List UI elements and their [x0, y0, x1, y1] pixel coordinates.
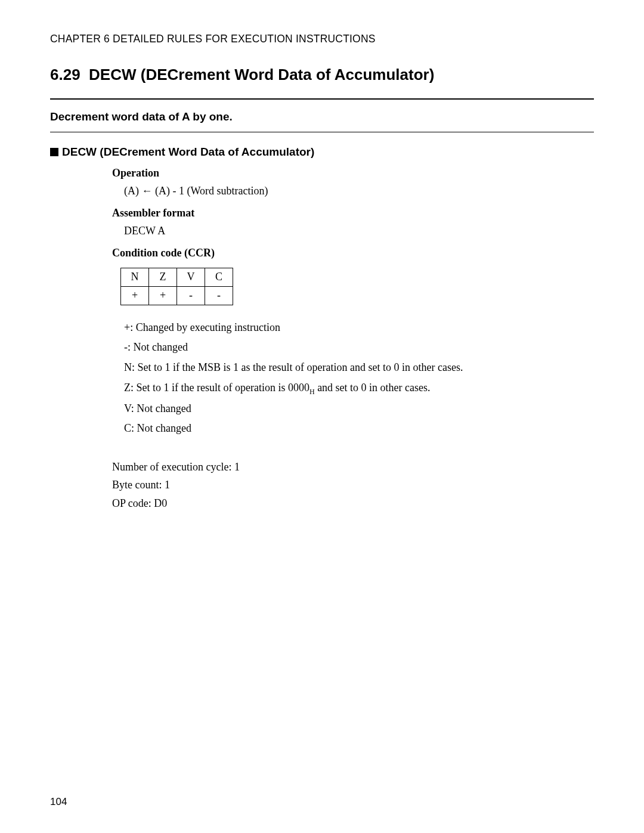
- bullet-square-icon: [50, 148, 58, 156]
- page-number: 104: [50, 796, 67, 808]
- byte-count: Byte count: 1: [112, 476, 594, 494]
- ccr-table: N Z V C + + - -: [120, 268, 233, 305]
- legend-z-post: and set to 0 in other cases.: [315, 382, 431, 394]
- legend-n: N: Set to 1 if the MSB is 1 as the resul…: [124, 358, 594, 377]
- ccr-value-v: -: [177, 286, 205, 305]
- operation-text: (A) ← (A) - 1 (Word subtraction): [124, 183, 594, 200]
- legend-v: V: Not changed: [124, 400, 594, 418]
- summary-line: Decrement word data of A by one.: [50, 110, 594, 123]
- legend-z-sub: H: [309, 387, 315, 395]
- section-title-text: DECW (DECrement Word Data of Accumulator…: [89, 66, 434, 83]
- legend-z-pre: Z: Set to 1 if the result of operation i…: [124, 382, 309, 394]
- document-page: CHAPTER 6 DETAILED RULES FOR EXECUTION I…: [0, 0, 644, 833]
- legend-z: Z: Set to 1 if the result of operation i…: [124, 379, 594, 398]
- subsection-heading: DECW (DECrement Word Data of Accumulator…: [50, 145, 594, 159]
- assembler-text: DECW A: [124, 223, 594, 240]
- ccr-value-c: -: [205, 286, 233, 305]
- section-title: 6.29 DECW (DECrement Word Data of Accumu…: [50, 66, 594, 84]
- ccr-legend: +: Changed by executing instruction -: N…: [124, 318, 594, 438]
- ccr-label: Condition code (CCR): [112, 247, 594, 259]
- op-code: OP code: D0: [112, 494, 594, 513]
- instruction-meta: Number of execution cycle: 1 Byte count:…: [112, 458, 594, 513]
- content-block: Operation (A) ← (A) - 1 (Word subtractio…: [112, 167, 594, 513]
- chapter-header: CHAPTER 6 DETAILED RULES FOR EXECUTION I…: [50, 33, 594, 45]
- section-number: 6.29: [50, 66, 80, 83]
- legend-c: C: Not changed: [124, 419, 594, 438]
- assembler-label: Assembler format: [112, 207, 594, 219]
- divider-mid: [50, 132, 594, 132]
- subsection-title: DECW (DECrement Word Data of Accumulator…: [62, 145, 314, 158]
- ccr-header-c: C: [205, 268, 233, 286]
- ccr-value-n: +: [121, 286, 149, 305]
- divider-top: [50, 98, 594, 100]
- operation-label: Operation: [112, 167, 594, 179]
- legend-minus: -: Not changed: [124, 338, 594, 357]
- ccr-header-v: V: [177, 268, 205, 286]
- legend-plus: +: Changed by executing instruction: [124, 318, 594, 337]
- ccr-header-n: N: [121, 268, 149, 286]
- exec-cycles: Number of execution cycle: 1: [112, 458, 594, 476]
- table-row: + + - -: [121, 286, 233, 305]
- ccr-value-z: +: [149, 286, 177, 305]
- table-row: N Z V C: [121, 268, 233, 286]
- ccr-header-z: Z: [149, 268, 177, 286]
